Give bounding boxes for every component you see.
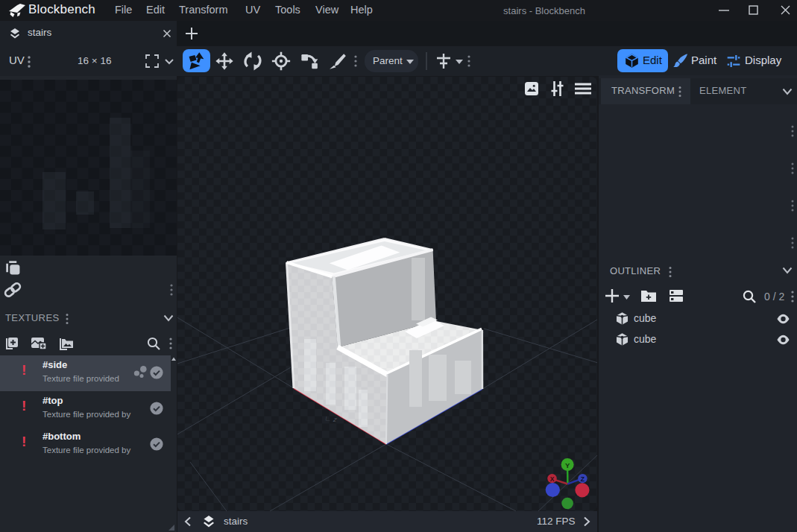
svg-text:X: X (550, 475, 555, 483)
svg-text:Y: Y (565, 461, 570, 469)
svg-text:∟ z: ∟ z (324, 414, 338, 423)
svg-text:Z: Z (581, 475, 585, 483)
